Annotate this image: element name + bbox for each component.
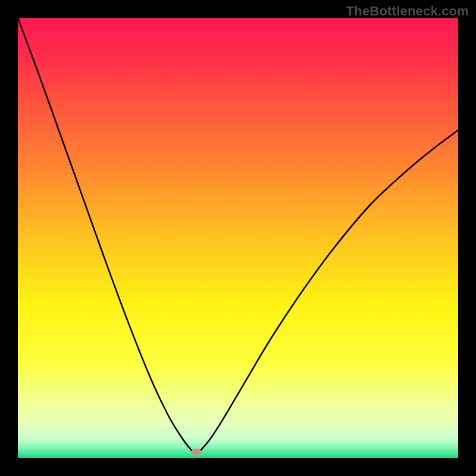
chart-frame: TheBottleneck.com bbox=[0, 0, 476, 476]
bottleneck-curve bbox=[18, 18, 458, 454]
curve-layer bbox=[18, 18, 458, 458]
watermark-text: TheBottleneck.com bbox=[346, 4, 469, 19]
plot-area bbox=[18, 18, 458, 458]
optimal-point-marker bbox=[192, 449, 201, 455]
